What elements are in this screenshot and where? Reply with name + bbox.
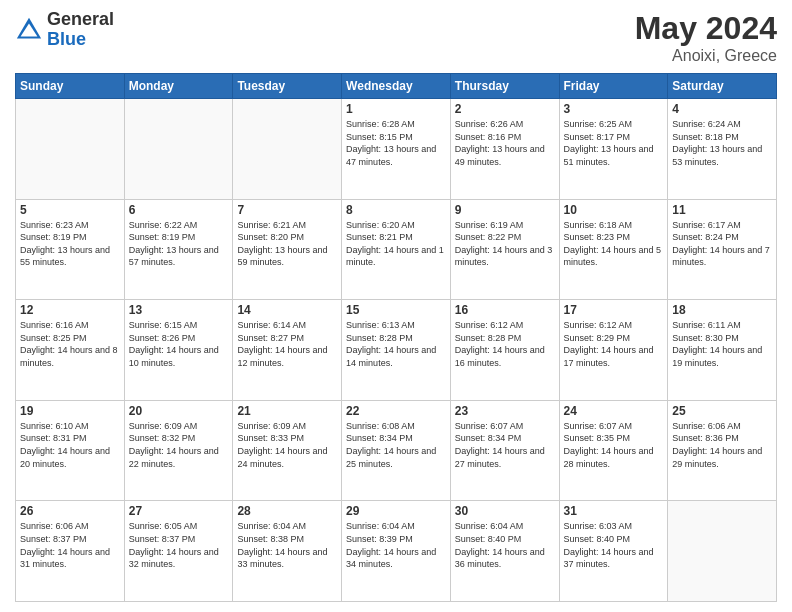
day-number: 2 bbox=[455, 102, 555, 116]
page: General Blue May 2024 Anoixi, Greece Sun… bbox=[0, 0, 792, 612]
day-number: 27 bbox=[129, 504, 229, 518]
day-number: 26 bbox=[20, 504, 120, 518]
table-row: 29Sunrise: 6:04 AM Sunset: 8:39 PM Dayli… bbox=[342, 501, 451, 602]
day-info: Sunrise: 6:28 AM Sunset: 8:15 PM Dayligh… bbox=[346, 118, 446, 168]
day-info: Sunrise: 6:06 AM Sunset: 8:36 PM Dayligh… bbox=[672, 420, 772, 470]
day-info: Sunrise: 6:14 AM Sunset: 8:27 PM Dayligh… bbox=[237, 319, 337, 369]
day-number: 28 bbox=[237, 504, 337, 518]
day-number: 31 bbox=[564, 504, 664, 518]
table-row: 18Sunrise: 6:11 AM Sunset: 8:30 PM Dayli… bbox=[668, 300, 777, 401]
logo-icon bbox=[15, 16, 43, 44]
calendar: Sunday Monday Tuesday Wednesday Thursday… bbox=[15, 73, 777, 602]
table-row: 22Sunrise: 6:08 AM Sunset: 8:34 PM Dayli… bbox=[342, 400, 451, 501]
table-row: 30Sunrise: 6:04 AM Sunset: 8:40 PM Dayli… bbox=[450, 501, 559, 602]
table-row: 13Sunrise: 6:15 AM Sunset: 8:26 PM Dayli… bbox=[124, 300, 233, 401]
table-row: 2Sunrise: 6:26 AM Sunset: 8:16 PM Daylig… bbox=[450, 99, 559, 200]
table-row bbox=[16, 99, 125, 200]
table-row: 12Sunrise: 6:16 AM Sunset: 8:25 PM Dayli… bbox=[16, 300, 125, 401]
day-number: 29 bbox=[346, 504, 446, 518]
day-info: Sunrise: 6:08 AM Sunset: 8:34 PM Dayligh… bbox=[346, 420, 446, 470]
logo-text: General Blue bbox=[47, 10, 114, 50]
day-number: 16 bbox=[455, 303, 555, 317]
table-row: 9Sunrise: 6:19 AM Sunset: 8:22 PM Daylig… bbox=[450, 199, 559, 300]
day-info: Sunrise: 6:09 AM Sunset: 8:32 PM Dayligh… bbox=[129, 420, 229, 470]
day-info: Sunrise: 6:04 AM Sunset: 8:38 PM Dayligh… bbox=[237, 520, 337, 570]
day-number: 3 bbox=[564, 102, 664, 116]
table-row: 8Sunrise: 6:20 AM Sunset: 8:21 PM Daylig… bbox=[342, 199, 451, 300]
table-row: 4Sunrise: 6:24 AM Sunset: 8:18 PM Daylig… bbox=[668, 99, 777, 200]
day-info: Sunrise: 6:04 AM Sunset: 8:39 PM Dayligh… bbox=[346, 520, 446, 570]
day-info: Sunrise: 6:21 AM Sunset: 8:20 PM Dayligh… bbox=[237, 219, 337, 269]
day-info: Sunrise: 6:04 AM Sunset: 8:40 PM Dayligh… bbox=[455, 520, 555, 570]
day-info: Sunrise: 6:06 AM Sunset: 8:37 PM Dayligh… bbox=[20, 520, 120, 570]
calendar-week-row: 5Sunrise: 6:23 AM Sunset: 8:19 PM Daylig… bbox=[16, 199, 777, 300]
table-row: 1Sunrise: 6:28 AM Sunset: 8:15 PM Daylig… bbox=[342, 99, 451, 200]
logo-blue-text: Blue bbox=[47, 30, 114, 50]
day-info: Sunrise: 6:22 AM Sunset: 8:19 PM Dayligh… bbox=[129, 219, 229, 269]
calendar-week-row: 12Sunrise: 6:16 AM Sunset: 8:25 PM Dayli… bbox=[16, 300, 777, 401]
day-info: Sunrise: 6:07 AM Sunset: 8:35 PM Dayligh… bbox=[564, 420, 664, 470]
day-info: Sunrise: 6:23 AM Sunset: 8:19 PM Dayligh… bbox=[20, 219, 120, 269]
day-number: 17 bbox=[564, 303, 664, 317]
table-row: 31Sunrise: 6:03 AM Sunset: 8:40 PM Dayli… bbox=[559, 501, 668, 602]
day-info: Sunrise: 6:25 AM Sunset: 8:17 PM Dayligh… bbox=[564, 118, 664, 168]
day-number: 21 bbox=[237, 404, 337, 418]
logo: General Blue bbox=[15, 10, 114, 50]
day-number: 14 bbox=[237, 303, 337, 317]
day-number: 19 bbox=[20, 404, 120, 418]
day-number: 15 bbox=[346, 303, 446, 317]
day-info: Sunrise: 6:24 AM Sunset: 8:18 PM Dayligh… bbox=[672, 118, 772, 168]
table-row: 7Sunrise: 6:21 AM Sunset: 8:20 PM Daylig… bbox=[233, 199, 342, 300]
header: General Blue May 2024 Anoixi, Greece bbox=[15, 10, 777, 65]
col-sunday: Sunday bbox=[16, 74, 125, 99]
day-info: Sunrise: 6:12 AM Sunset: 8:28 PM Dayligh… bbox=[455, 319, 555, 369]
calendar-week-row: 1Sunrise: 6:28 AM Sunset: 8:15 PM Daylig… bbox=[16, 99, 777, 200]
col-thursday: Thursday bbox=[450, 74, 559, 99]
day-number: 22 bbox=[346, 404, 446, 418]
day-number: 12 bbox=[20, 303, 120, 317]
day-number: 11 bbox=[672, 203, 772, 217]
table-row: 3Sunrise: 6:25 AM Sunset: 8:17 PM Daylig… bbox=[559, 99, 668, 200]
day-info: Sunrise: 6:12 AM Sunset: 8:29 PM Dayligh… bbox=[564, 319, 664, 369]
day-info: Sunrise: 6:18 AM Sunset: 8:23 PM Dayligh… bbox=[564, 219, 664, 269]
day-number: 23 bbox=[455, 404, 555, 418]
day-number: 7 bbox=[237, 203, 337, 217]
day-number: 5 bbox=[20, 203, 120, 217]
table-row: 20Sunrise: 6:09 AM Sunset: 8:32 PM Dayli… bbox=[124, 400, 233, 501]
day-info: Sunrise: 6:03 AM Sunset: 8:40 PM Dayligh… bbox=[564, 520, 664, 570]
day-info: Sunrise: 6:07 AM Sunset: 8:34 PM Dayligh… bbox=[455, 420, 555, 470]
table-row: 11Sunrise: 6:17 AM Sunset: 8:24 PM Dayli… bbox=[668, 199, 777, 300]
day-number: 18 bbox=[672, 303, 772, 317]
table-row: 5Sunrise: 6:23 AM Sunset: 8:19 PM Daylig… bbox=[16, 199, 125, 300]
day-number: 1 bbox=[346, 102, 446, 116]
col-monday: Monday bbox=[124, 74, 233, 99]
day-info: Sunrise: 6:19 AM Sunset: 8:22 PM Dayligh… bbox=[455, 219, 555, 269]
title-location: Anoixi, Greece bbox=[635, 47, 777, 65]
table-row: 23Sunrise: 6:07 AM Sunset: 8:34 PM Dayli… bbox=[450, 400, 559, 501]
title-block: May 2024 Anoixi, Greece bbox=[635, 10, 777, 65]
day-number: 13 bbox=[129, 303, 229, 317]
table-row: 15Sunrise: 6:13 AM Sunset: 8:28 PM Dayli… bbox=[342, 300, 451, 401]
day-number: 4 bbox=[672, 102, 772, 116]
day-info: Sunrise: 6:05 AM Sunset: 8:37 PM Dayligh… bbox=[129, 520, 229, 570]
table-row bbox=[233, 99, 342, 200]
table-row bbox=[668, 501, 777, 602]
title-month: May 2024 bbox=[635, 10, 777, 47]
day-info: Sunrise: 6:15 AM Sunset: 8:26 PM Dayligh… bbox=[129, 319, 229, 369]
calendar-header-row: Sunday Monday Tuesday Wednesday Thursday… bbox=[16, 74, 777, 99]
calendar-week-row: 26Sunrise: 6:06 AM Sunset: 8:37 PM Dayli… bbox=[16, 501, 777, 602]
day-number: 30 bbox=[455, 504, 555, 518]
table-row: 19Sunrise: 6:10 AM Sunset: 8:31 PM Dayli… bbox=[16, 400, 125, 501]
col-tuesday: Tuesday bbox=[233, 74, 342, 99]
day-info: Sunrise: 6:26 AM Sunset: 8:16 PM Dayligh… bbox=[455, 118, 555, 168]
table-row: 25Sunrise: 6:06 AM Sunset: 8:36 PM Dayli… bbox=[668, 400, 777, 501]
table-row: 16Sunrise: 6:12 AM Sunset: 8:28 PM Dayli… bbox=[450, 300, 559, 401]
day-number: 24 bbox=[564, 404, 664, 418]
table-row: 14Sunrise: 6:14 AM Sunset: 8:27 PM Dayli… bbox=[233, 300, 342, 401]
table-row: 28Sunrise: 6:04 AM Sunset: 8:38 PM Dayli… bbox=[233, 501, 342, 602]
day-info: Sunrise: 6:17 AM Sunset: 8:24 PM Dayligh… bbox=[672, 219, 772, 269]
day-info: Sunrise: 6:16 AM Sunset: 8:25 PM Dayligh… bbox=[20, 319, 120, 369]
day-info: Sunrise: 6:11 AM Sunset: 8:30 PM Dayligh… bbox=[672, 319, 772, 369]
day-info: Sunrise: 6:13 AM Sunset: 8:28 PM Dayligh… bbox=[346, 319, 446, 369]
day-number: 6 bbox=[129, 203, 229, 217]
